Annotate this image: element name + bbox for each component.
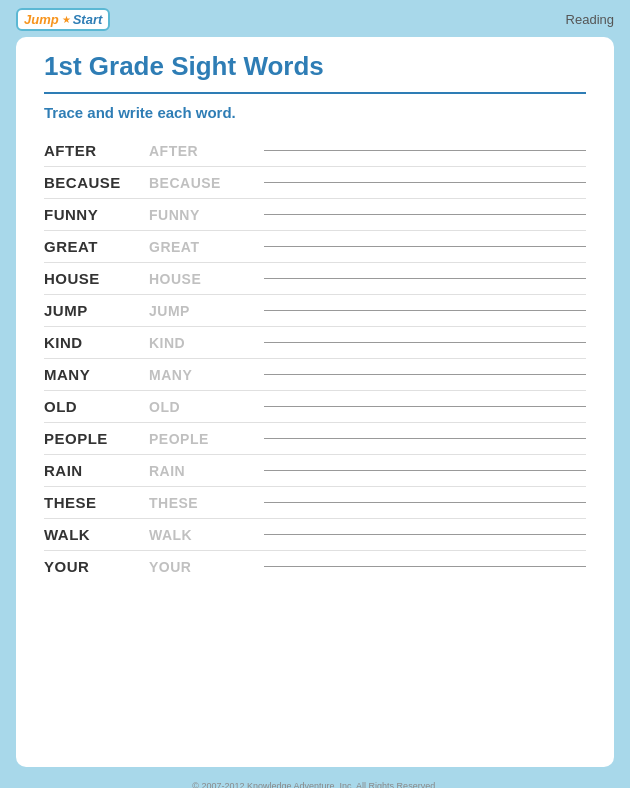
write-line[interactable] bbox=[264, 214, 586, 215]
word-row: THESETHESE bbox=[44, 487, 586, 519]
word-label: RAIN bbox=[44, 462, 149, 479]
write-line[interactable] bbox=[264, 342, 586, 343]
trace-word: GREAT bbox=[149, 239, 254, 255]
trace-word: OLD bbox=[149, 399, 254, 415]
trace-word: THESE bbox=[149, 495, 254, 511]
word-label: PEOPLE bbox=[44, 430, 149, 447]
write-line[interactable] bbox=[264, 438, 586, 439]
instruction-text: Trace and write each word. bbox=[44, 104, 586, 121]
write-line[interactable] bbox=[264, 566, 586, 567]
word-grid: AFTERAFTERBECAUSEBECAUSEFUNNYFUNNYGREATG… bbox=[44, 135, 586, 582]
write-line[interactable] bbox=[264, 470, 586, 471]
word-label: FUNNY bbox=[44, 206, 149, 223]
main-card: 1st Grade Sight Words Trace and write ea… bbox=[16, 37, 614, 767]
trace-word: PEOPLE bbox=[149, 431, 254, 447]
word-label: MANY bbox=[44, 366, 149, 383]
trace-word: HOUSE bbox=[149, 271, 254, 287]
word-label: WALK bbox=[44, 526, 149, 543]
logo-star-icon: ★ bbox=[62, 14, 71, 25]
page-title: 1st Grade Sight Words bbox=[44, 51, 586, 94]
logo-jump-text: Jump bbox=[24, 12, 59, 27]
trace-word: KIND bbox=[149, 335, 254, 351]
word-label: BECAUSE bbox=[44, 174, 149, 191]
word-row: AFTERAFTER bbox=[44, 135, 586, 167]
word-row: PEOPLEPEOPLE bbox=[44, 423, 586, 455]
word-label: YOUR bbox=[44, 558, 149, 575]
word-row: YOURYOUR bbox=[44, 551, 586, 582]
header: Jump ★ Start Reading bbox=[0, 0, 630, 37]
footer-text: © 2007-2012 Knowledge Adventure, Inc. Al… bbox=[192, 781, 437, 788]
trace-word: WALK bbox=[149, 527, 254, 543]
write-line[interactable] bbox=[264, 246, 586, 247]
word-row: KINDKIND bbox=[44, 327, 586, 359]
trace-word: YOUR bbox=[149, 559, 254, 575]
logo-box: Jump ★ Start bbox=[16, 8, 110, 31]
word-row: RAINRAIN bbox=[44, 455, 586, 487]
reading-label: Reading bbox=[566, 12, 614, 27]
word-row: BECAUSEBECAUSE bbox=[44, 167, 586, 199]
trace-word: FUNNY bbox=[149, 207, 254, 223]
trace-word: BECAUSE bbox=[149, 175, 254, 191]
word-label: AFTER bbox=[44, 142, 149, 159]
footer: © 2007-2012 Knowledge Adventure, Inc. Al… bbox=[0, 777, 630, 788]
write-line[interactable] bbox=[264, 182, 586, 183]
write-line[interactable] bbox=[264, 374, 586, 375]
write-line[interactable] bbox=[264, 534, 586, 535]
word-label: HOUSE bbox=[44, 270, 149, 287]
trace-word: AFTER bbox=[149, 143, 254, 159]
trace-word: JUMP bbox=[149, 303, 254, 319]
word-row: OLDOLD bbox=[44, 391, 586, 423]
word-row: FUNNYFUNNY bbox=[44, 199, 586, 231]
word-row: JUMPJUMP bbox=[44, 295, 586, 327]
trace-word: RAIN bbox=[149, 463, 254, 479]
word-row: HOUSEHOUSE bbox=[44, 263, 586, 295]
write-line[interactable] bbox=[264, 310, 586, 311]
write-line[interactable] bbox=[264, 150, 586, 151]
word-row: WALKWALK bbox=[44, 519, 586, 551]
word-label: JUMP bbox=[44, 302, 149, 319]
word-label: GREAT bbox=[44, 238, 149, 255]
write-line[interactable] bbox=[264, 502, 586, 503]
word-label: THESE bbox=[44, 494, 149, 511]
word-label: KIND bbox=[44, 334, 149, 351]
logo-area: Jump ★ Start bbox=[16, 8, 110, 31]
logo-start-text: Start bbox=[73, 12, 103, 27]
trace-word: MANY bbox=[149, 367, 254, 383]
word-row: GREATGREAT bbox=[44, 231, 586, 263]
write-line[interactable] bbox=[264, 278, 586, 279]
word-row: MANYMANY bbox=[44, 359, 586, 391]
word-label: OLD bbox=[44, 398, 149, 415]
page-container: Jump ★ Start Reading 1st Grade Sight Wor… bbox=[0, 0, 630, 788]
write-line[interactable] bbox=[264, 406, 586, 407]
